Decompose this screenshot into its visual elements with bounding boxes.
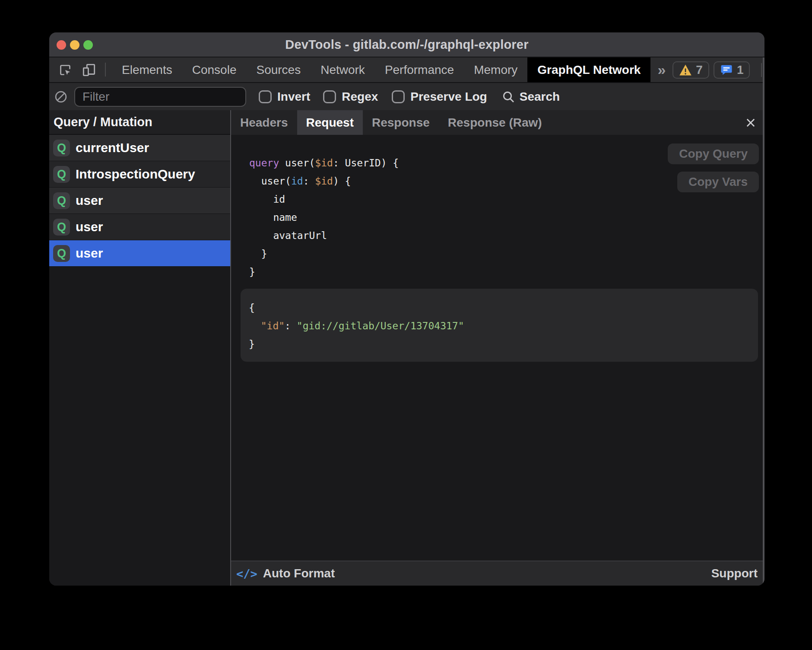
query-row-introspectionquery[interactable]: Q IntrospectionQuery <box>49 161 230 188</box>
toolbar-divider <box>105 63 106 76</box>
invert-checkbox-group: Invert <box>259 90 310 104</box>
tab-graphql-network[interactable]: GraphQL Network <box>527 57 650 82</box>
request-body-view: query user($id: UserID) { user(id: $id) … <box>231 135 764 561</box>
zoom-window-button[interactable] <box>83 40 93 50</box>
request-detail-panel: Headers Request Response Response (Raw) … <box>231 110 764 586</box>
close-icon[interactable] <box>744 116 758 130</box>
toolbar-divider <box>761 63 762 77</box>
copy-query-button[interactable]: Copy Query <box>668 143 759 164</box>
filter-input[interactable] <box>74 87 246 107</box>
query-row-user-1[interactable]: Q user <box>49 188 230 214</box>
tab-network[interactable]: Network <box>311 57 375 82</box>
query-type-badge: Q <box>53 140 70 156</box>
query-row-user-2[interactable]: Q user <box>49 214 230 240</box>
preserve-log-checkbox-group: Preserve Log <box>392 90 487 104</box>
warnings-badge[interactable]: 7 <box>672 61 709 79</box>
tab-response-raw[interactable]: Response (Raw) <box>439 110 551 135</box>
issues-badge[interactable]: 1 <box>714 61 750 79</box>
tab-sources[interactable]: Sources <box>246 57 311 82</box>
copy-vars-button[interactable]: Copy Vars <box>677 172 759 192</box>
query-row-currentuser[interactable]: Q currentUser <box>49 135 230 161</box>
graphql-variables-box: { "id": "gid://gitlab/User/13704317"} <box>241 289 758 362</box>
filter-bar: Invert Regex Preserve Log Search <box>49 82 764 110</box>
search-icon <box>501 90 515 104</box>
query-row-label: currentUser <box>76 140 149 155</box>
invert-label: Invert <box>277 90 310 104</box>
tab-request[interactable]: Request <box>297 110 363 135</box>
warning-count: 7 <box>696 63 703 77</box>
more-tabs-chevron-icon[interactable]: » <box>650 57 672 82</box>
preserve-log-checkbox[interactable] <box>392 90 405 103</box>
query-row-user-3-selected[interactable]: Q user <box>49 240 230 267</box>
query-type-badge: Q <box>53 245 70 262</box>
device-toolbar-icon[interactable] <box>75 57 98 82</box>
issues-count: 1 <box>737 63 744 77</box>
support-link[interactable]: Support <box>711 567 758 580</box>
query-row-label: user <box>76 246 103 261</box>
traffic-lights <box>57 40 93 50</box>
preserve-log-label: Preserve Log <box>410 90 487 104</box>
query-type-badge: Q <box>53 192 70 209</box>
devtools-tab-bar: Elements Console Sources Network Perform… <box>49 57 764 82</box>
devtools-window: DevTools - gitlab.com/-/graphql-explorer… <box>49 32 764 586</box>
query-list-empty-space <box>49 267 230 586</box>
tab-headers[interactable]: Headers <box>231 110 297 135</box>
code-brackets-icon: </> <box>236 567 257 580</box>
window-title: DevTools - gitlab.com/-/graphql-explorer <box>285 38 528 52</box>
minimize-window-button[interactable] <box>70 40 79 50</box>
detail-tab-bar: Headers Request Response Response (Raw) <box>231 110 764 135</box>
search-toggle[interactable]: Search <box>501 90 560 104</box>
warning-icon <box>679 64 692 76</box>
tab-elements[interactable]: Elements <box>112 57 182 82</box>
inspect-element-icon[interactable] <box>53 57 75 82</box>
block-requests-icon[interactable] <box>54 90 67 103</box>
invert-checkbox[interactable] <box>259 90 272 103</box>
auto-format-button[interactable]: Auto Format <box>263 567 335 580</box>
search-label: Search <box>520 90 560 104</box>
tab-console[interactable]: Console <box>182 57 247 82</box>
query-row-label: user <box>76 193 103 208</box>
query-row-label: IntrospectionQuery <box>76 167 195 182</box>
query-list-header: Query / Mutation <box>49 110 230 135</box>
detail-footer-bar: </> Auto Format Support <box>231 561 764 586</box>
scrollbar-track[interactable] <box>763 57 764 586</box>
main-area: Query / Mutation Q currentUser Q Introsp… <box>49 110 764 586</box>
query-type-badge: Q <box>53 166 70 183</box>
tab-performance[interactable]: Performance <box>375 57 464 82</box>
tab-response[interactable]: Response <box>363 110 439 135</box>
query-type-badge: Q <box>53 219 70 236</box>
regex-checkbox[interactable] <box>323 90 336 103</box>
tab-memory[interactable]: Memory <box>464 57 527 82</box>
title-bar: DevTools - gitlab.com/-/graphql-explorer <box>49 32 764 57</box>
regex-label: Regex <box>342 90 378 104</box>
query-row-label: user <box>76 220 103 234</box>
regex-checkbox-group: Regex <box>323 90 378 104</box>
message-icon <box>720 64 733 76</box>
close-window-button[interactable] <box>57 40 66 50</box>
query-list-panel: Query / Mutation Q currentUser Q Introsp… <box>49 110 231 586</box>
